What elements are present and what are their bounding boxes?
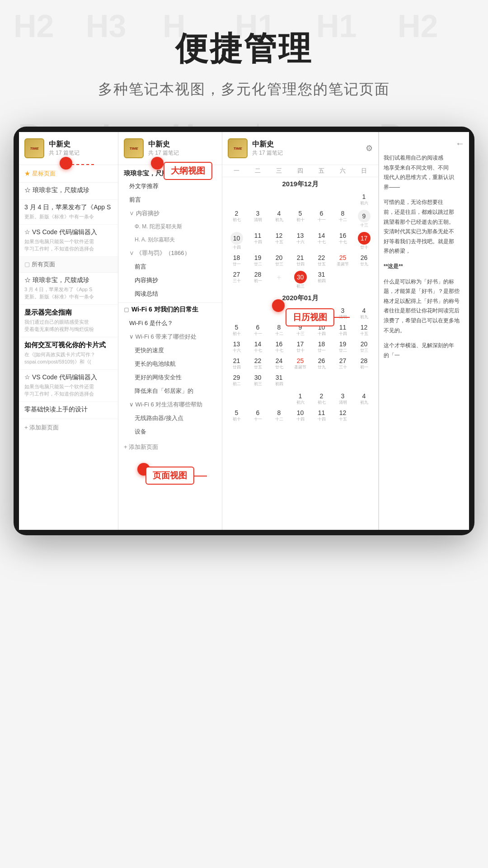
page-title: 便捷管理 — [175, 27, 313, 71]
panel-outline-view: TIME 中新史 共 17 篇笔记 琅琅非宝，尺牍成珍 外文学推荐 前言 ∨ 内… — [118, 132, 222, 530]
notebook-title-1: 中新史 — [49, 140, 80, 149]
outline-item[interactable]: 无线路由器/接入点 — [118, 411, 222, 425]
panel-calendar-view: TIME 中新史 共 17 篇笔记 ⚙ 一 二 三 四 五 六 日 — [222, 132, 379, 530]
calendar-days-dec: 1初六 2初七 3清明 4初九 5初十 6十一 8十二 9十三 10十四 11十… — [222, 191, 378, 291]
notebook-title-3: 中新史 — [252, 140, 366, 149]
reading-text-5: 这个才华横溢、见解深刻的年的「一 — [384, 341, 465, 360]
calendar-nav-row: 一 二 三 四 五 六 日 — [222, 165, 378, 177]
add-page-btn-1[interactable]: + 添加新页面 — [19, 419, 118, 436]
list-item[interactable]: ☆ 琅琅非宝，尺牍成珍 — [19, 183, 118, 200]
reading-text-4: 什么是可以称为「好书」的标题，才能算是「好书」？是那些格才足以配得上「好书」的称… — [384, 277, 465, 336]
back-arrow[interactable]: ← — [455, 138, 465, 149]
notebook-title-2: 中新史 — [148, 140, 179, 149]
settings-icon[interactable]: ⚙ — [366, 143, 373, 153]
outline-item[interactable]: 前言 — [118, 193, 222, 207]
all-pages-section: ▢ 所有页面 — [19, 257, 118, 273]
outline-item-page[interactable]: ▢ Wi-Fi 6 对我们的日常生 — [118, 302, 222, 316]
panel3-header: TIME 中新史 共 17 篇笔记 ⚙ — [222, 132, 378, 165]
calendar-view-label: 日历视图 — [286, 308, 350, 326]
reading-text-1: 我们试着用自己的阅读感地享受来自不同文明、不同现代人的思维方式，重新认识界—— — [384, 153, 465, 192]
panel-reading-view: ← 我们试着用自己的阅读感地享受来自不同文明、不同现代人的思维方式，重新认识界—… — [379, 132, 469, 530]
main-content: 便捷管理 多种笔记本视图，多元化管理您的笔记页面 TIME 中新史 共 17 篇… — [0, 0, 488, 535]
panel-list-view: TIME 中新史 共 17 篇笔记 ★ 星标页面 ☆ 琅琅非宝，尺牍成珍 3 月… — [19, 132, 118, 530]
list-item[interactable]: 3 月 4 日，苹果发布了《App S 更新。新版《标准》中有一条令 — [19, 200, 118, 225]
calendar-month-dec: 2019年12月 — [222, 177, 378, 191]
outline-item[interactable]: 阅读总结 — [118, 287, 222, 301]
outline-item[interactable]: 更快的速度 — [118, 344, 222, 357]
add-page-btn-2[interactable]: + 添加新页面 — [118, 439, 222, 456]
outline-view-label: 大纲视图 — [164, 162, 212, 180]
notebook-cover-2: TIME — [124, 138, 144, 158]
outline-item[interactable]: 更长的电池续航 — [118, 357, 222, 371]
outline-item[interactable]: 前言 — [118, 260, 222, 274]
outline-item: H. A. 别尔嘉耶夫 — [118, 233, 222, 246]
list-item[interactable]: 显示器完全指南 我们通过自己的眼睛感受实世受着毫无束缚的视野与绚烂缤纷 — [19, 305, 118, 337]
outline-item[interactable]: Wi-Fi 6 是什么？ — [118, 316, 222, 330]
panel2-header: TIME 中新史 共 17 篇笔记 — [118, 132, 222, 165]
outline-collapse[interactable]: ∨ Wi-Fi 6 带来了哪些好处 — [118, 330, 222, 344]
outline-item[interactable]: 更好的网络安全性 — [118, 371, 222, 384]
outline-collapse[interactable]: ∨ Wi-Fi 6 对生活有哪些帮助 — [118, 398, 222, 411]
notebook-count-3: 共 17 篇笔记 — [252, 149, 366, 157]
outline-collapse[interactable]: ∨ 《罪与罚》（1866） — [118, 246, 222, 260]
list-item[interactable]: ☆ 琅琅非宝，尺牍成珍 3 月 4 日，苹果发布了《App S更新。新版《标准》… — [19, 273, 118, 305]
list-item[interactable]: 如何交互可视化你的卡片式 在《[如何高效实践卡片式写作？sspai.com/po… — [19, 337, 118, 370]
page-view-label: 页面视图 — [145, 467, 194, 485]
page-subtitle: 多种笔记本视图，多元化管理您的笔记页面 — [98, 80, 390, 99]
notebook-count-1: 共 17 篇笔记 — [49, 149, 80, 157]
tablet-frame: TIME 中新史 共 17 篇笔记 ★ 星标页面 ☆ 琅琅非宝，尺牍成珍 3 月… — [14, 127, 474, 535]
notebook-count-2: 共 17 篇笔记 — [148, 149, 179, 157]
outline-item[interactable]: 降低来自「邻居家」的 — [118, 384, 222, 398]
reading-text-3: **这是** — [384, 262, 465, 272]
outline-item[interactable]: 设备 — [118, 425, 222, 439]
outline-item: Φ. M. 陀思妥耶夫斯 — [118, 220, 222, 233]
cursor-dot-3 — [272, 299, 285, 312]
list-item[interactable]: ☆ VS Code 代码编辑器入 如果当电脑只能装一个软件还需学习工作时，不知道… — [19, 225, 118, 257]
calendar-days-next: 1初六 2初七 3清明 4初九 5初十 6十一 8十二 10十四 11十四 12… — [222, 391, 378, 424]
outline-item[interactable]: 内容摘抄 — [118, 274, 222, 287]
calendar-month-jan: 2020年01月 — [222, 291, 378, 305]
list-item[interactable]: ☆ VS Code 代码编辑器入 如果当电脑只能装一个软件还需学习工作时，不知道… — [19, 370, 118, 402]
notebook-cover-3: TIME — [228, 138, 248, 158]
reading-text-2: 可惜的是，无论你想要往前，还是往后，都难以跳过那跳望着那个已经逝去的王朝。安清时… — [384, 198, 465, 256]
outline-item[interactable]: 外文学推荐 — [118, 179, 222, 193]
cursor-dot-2-top — [151, 157, 164, 170]
notebook-cover-1: TIME — [24, 138, 44, 158]
cursor-dot-1 — [60, 157, 72, 170]
device-mockup: TIME 中新史 共 17 篇笔记 ★ 星标页面 ☆ 琅琅非宝，尺牍成珍 3 月… — [14, 127, 474, 535]
outline-collapse[interactable]: ∨ 内容摘抄 — [118, 207, 222, 220]
list-item[interactable]: 零基础快读上手的设计 — [19, 402, 118, 419]
dashed-line-1 — [71, 164, 94, 165]
